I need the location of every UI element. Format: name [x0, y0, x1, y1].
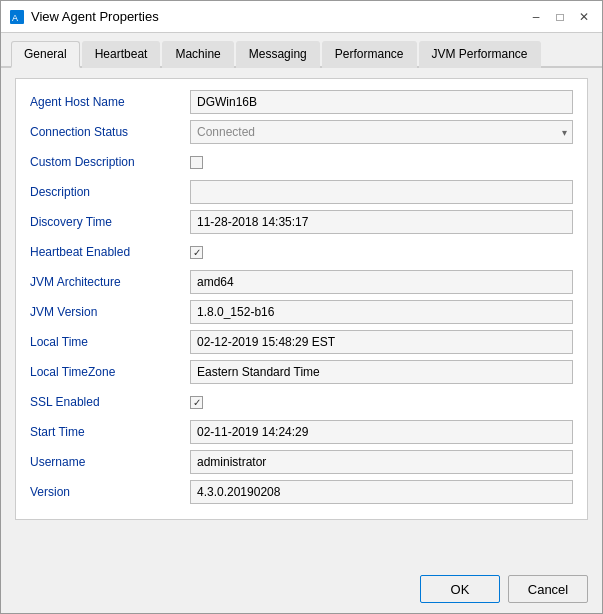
checkbox-ssl-enabled[interactable]	[190, 396, 203, 409]
row-local-timezone: Local TimeZone	[30, 359, 573, 385]
content-area: Agent Host Name Connection Status Connec…	[1, 68, 602, 565]
maximize-button[interactable]: □	[550, 7, 570, 27]
main-window: A View Agent Properties – □ ✕ General He…	[0, 0, 603, 614]
value-ssl-enabled	[190, 396, 573, 409]
input-description[interactable]	[190, 180, 573, 204]
value-jvm-version	[190, 300, 573, 324]
label-ssl-enabled: SSL Enabled	[30, 395, 190, 409]
window-title: View Agent Properties	[31, 9, 159, 24]
form-container: Agent Host Name Connection Status Connec…	[15, 78, 588, 520]
label-jvm-architecture: JVM Architecture	[30, 275, 190, 289]
label-jvm-version: JVM Version	[30, 305, 190, 319]
label-start-time: Start Time	[30, 425, 190, 439]
label-discovery-time: Discovery Time	[30, 215, 190, 229]
input-local-timezone[interactable]	[190, 360, 573, 384]
ok-button[interactable]: OK	[420, 575, 500, 603]
row-discovery-time: Discovery Time	[30, 209, 573, 235]
label-version: Version	[30, 485, 190, 499]
tab-machine[interactable]: Machine	[162, 41, 233, 68]
label-agent-host-name: Agent Host Name	[30, 95, 190, 109]
row-description: Description	[30, 179, 573, 205]
tab-jvm-performance[interactable]: JVM Performance	[419, 41, 541, 68]
input-start-time[interactable]	[190, 420, 573, 444]
tab-general[interactable]: General	[11, 41, 80, 68]
select-connection-status[interactable]: Connected	[190, 120, 573, 144]
row-jvm-version: JVM Version	[30, 299, 573, 325]
tab-heartbeat[interactable]: Heartbeat	[82, 41, 161, 68]
row-start-time: Start Time	[30, 419, 573, 445]
checkbox-custom-description[interactable]	[190, 156, 203, 169]
row-connection-status: Connection Status Connected ▾	[30, 119, 573, 145]
checkbox-wrapper-custom-description	[190, 156, 573, 169]
value-local-time	[190, 330, 573, 354]
input-agent-host-name[interactable]	[190, 90, 573, 114]
title-controls: – □ ✕	[526, 7, 594, 27]
title-bar-left: A View Agent Properties	[9, 9, 159, 25]
row-ssl-enabled: SSL Enabled	[30, 389, 573, 415]
input-jvm-version[interactable]	[190, 300, 573, 324]
value-local-timezone	[190, 360, 573, 384]
label-local-timezone: Local TimeZone	[30, 365, 190, 379]
label-custom-description: Custom Description	[30, 155, 190, 169]
title-bar: A View Agent Properties – □ ✕	[1, 1, 602, 33]
row-jvm-architecture: JVM Architecture	[30, 269, 573, 295]
label-connection-status: Connection Status	[30, 125, 190, 139]
value-description	[190, 180, 573, 204]
label-local-time: Local Time	[30, 335, 190, 349]
value-heartbeat-enabled	[190, 246, 573, 259]
value-agent-host-name	[190, 90, 573, 114]
row-agent-host-name: Agent Host Name	[30, 89, 573, 115]
input-jvm-architecture[interactable]	[190, 270, 573, 294]
checkbox-wrapper-heartbeat-enabled	[190, 246, 573, 259]
value-jvm-architecture	[190, 270, 573, 294]
row-custom-description: Custom Description	[30, 149, 573, 175]
value-custom-description	[190, 156, 573, 169]
input-username[interactable]	[190, 450, 573, 474]
label-description: Description	[30, 185, 190, 199]
input-local-time[interactable]	[190, 330, 573, 354]
value-username	[190, 450, 573, 474]
row-version: Version	[30, 479, 573, 505]
footer: OK Cancel	[1, 565, 602, 613]
input-version[interactable]	[190, 480, 573, 504]
input-discovery-time[interactable]	[190, 210, 573, 234]
window-icon: A	[9, 9, 25, 25]
close-button[interactable]: ✕	[574, 7, 594, 27]
svg-text:A: A	[12, 13, 18, 23]
label-username: Username	[30, 455, 190, 469]
value-connection-status: Connected ▾	[190, 120, 573, 144]
row-username: Username	[30, 449, 573, 475]
checkbox-wrapper-ssl-enabled	[190, 396, 573, 409]
tab-messaging[interactable]: Messaging	[236, 41, 320, 68]
value-version	[190, 480, 573, 504]
value-start-time	[190, 420, 573, 444]
row-local-time: Local Time	[30, 329, 573, 355]
label-heartbeat-enabled: Heartbeat Enabled	[30, 245, 190, 259]
minimize-button[interactable]: –	[526, 7, 546, 27]
value-discovery-time	[190, 210, 573, 234]
tab-performance[interactable]: Performance	[322, 41, 417, 68]
cancel-button[interactable]: Cancel	[508, 575, 588, 603]
checkbox-heartbeat-enabled[interactable]	[190, 246, 203, 259]
tabs-bar: General Heartbeat Machine Messaging Perf…	[1, 33, 602, 68]
row-heartbeat-enabled: Heartbeat Enabled	[30, 239, 573, 265]
